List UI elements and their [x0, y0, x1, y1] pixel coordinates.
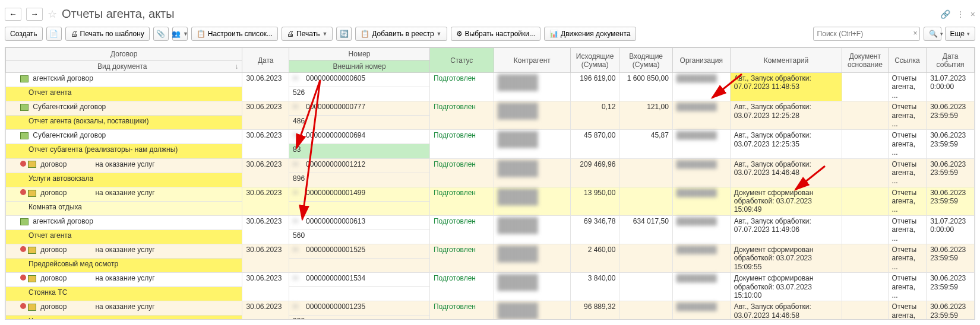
users-button[interactable]: 👥▼	[172, 27, 188, 41]
more-button[interactable]: Еще▾	[945, 27, 975, 41]
in-sum-cell	[619, 244, 672, 273]
extnum-cell	[289, 287, 430, 301]
comment-cell: Авт., Запуск обработки: 03.07.2023 12:25…	[730, 101, 842, 130]
number-cell: Н 000000000001534	[289, 273, 430, 287]
number-cell: Н 000000000001235	[289, 301, 430, 316]
extnum-cell: 83	[289, 144, 430, 158]
out-sum-cell: 0,12	[570, 101, 619, 130]
link-cell: Отчеты агента, ...	[888, 73, 927, 101]
out-sum-cell: 96 889,32	[570, 301, 619, 320]
nav-back-button[interactable]: ←	[5, 8, 21, 21]
select-settings-button[interactable]: ⚙ Выбрать настройки...	[451, 27, 540, 41]
contract-cell: договорна оказание услуг	[6, 244, 242, 259]
col-contract[interactable]: Договор	[6, 48, 242, 60]
date-cell: 30.06.2023	[242, 130, 289, 158]
number-cell: Н 000000000000605	[289, 73, 430, 87]
search-button[interactable]: 🔍▾	[924, 27, 941, 41]
counterparty-cell: ████████████████	[494, 158, 570, 187]
contract-cell: агентский договор	[6, 73, 242, 87]
doctype-cell: Услуги автовокзала	[6, 173, 242, 187]
event-date-cell: 30.06.2023 23:59:59	[927, 130, 975, 158]
data-table[interactable]: Договор Дата Номер Статус Контрагент Исх…	[5, 47, 975, 320]
in-sum-cell	[619, 158, 672, 187]
event-date-cell: 30.06.2023 23:59:59	[927, 187, 975, 215]
comment-cell: Авт., Запуск обработки: 07.07.2023 11:48…	[730, 73, 842, 101]
status-cell: Подготовлен	[429, 158, 494, 187]
number-cell: Н 000000000000694	[289, 130, 430, 144]
table-row[interactable]: Субагентский договор30.06.2023Н 00000000…	[6, 101, 975, 116]
search-input[interactable]	[813, 27, 920, 41]
doctype-cell: Стоянка ТС	[6, 287, 242, 301]
status-cell: Подготовлен	[429, 130, 494, 158]
nav-forward-button[interactable]: →	[26, 8, 43, 21]
print-button[interactable]: 🖨 Печать▼	[282, 27, 333, 41]
doc-movements-button[interactable]: 📊 Движения документа	[544, 27, 636, 41]
col-number[interactable]: Номер	[289, 48, 430, 60]
table-row[interactable]: договорна оказание услуг30.06.2023Н 0000…	[6, 273, 975, 287]
configure-list-button[interactable]: 📋 Настроить список...	[191, 27, 278, 41]
date-cell: 30.06.2023	[242, 101, 289, 130]
event-date-cell: 30.06.2023 23:59:59	[927, 101, 975, 130]
col-date[interactable]: Дата	[242, 48, 289, 73]
col-ext-number[interactable]: Внешний номер	[289, 60, 430, 73]
org-cell: ████████	[672, 130, 730, 158]
basedoc-cell	[842, 73, 888, 101]
org-cell: ████████	[672, 73, 730, 101]
status-cell: Подготовлен	[429, 273, 494, 301]
counterparty-cell: ████████████████	[494, 215, 570, 244]
col-out-sum[interactable]: Исходящие (Сумма)	[570, 48, 619, 73]
search-clear-icon[interactable]: ×	[913, 29, 918, 37]
out-sum-cell: 69 346,78	[570, 215, 619, 244]
col-event-date[interactable]: Дата события	[927, 48, 975, 73]
star-icon[interactable]: ☆	[48, 8, 57, 21]
col-base-doc[interactable]: Документ основание	[842, 48, 888, 73]
print-template-button[interactable]: 🖨 Печать по шаблону	[65, 27, 150, 41]
doctype-cell: Отчет агента	[6, 230, 242, 244]
comment-cell: Авт., Запуск обработки: 03.07.2023 14:46…	[730, 301, 842, 320]
create-button[interactable]: Создать	[5, 27, 43, 41]
doctype-cell: Отчет агента (вокзалы, поставщики)	[6, 116, 242, 130]
col-counterparty[interactable]: Контрагент	[494, 48, 570, 73]
col-in-sum[interactable]: Входящие (Сумма)	[619, 48, 672, 73]
col-org[interactable]: Организация	[672, 48, 730, 73]
counterparty-cell: ████████████████	[494, 101, 570, 130]
copy-button[interactable]: 📄	[46, 27, 62, 41]
comment-cell: Авт., Запуск обработки: 07.07.2023 11:49…	[730, 215, 842, 244]
kebab-icon[interactable]: ⋮	[956, 9, 965, 19]
table-row[interactable]: договорна оказание услуг30.06.2023Н 0000…	[6, 158, 975, 173]
org-cell: ████████	[672, 187, 730, 215]
link-icon[interactable]: 🔗	[940, 9, 950, 19]
date-cell: 30.06.2023	[242, 73, 289, 101]
status-cell: Подготовлен	[429, 73, 494, 101]
basedoc-cell	[842, 187, 888, 215]
page-title: Отчеты агента, акты	[62, 7, 935, 21]
in-sum-cell	[619, 301, 672, 320]
comment-cell: Авт., Запуск обработки: 03.07.2023 12:25…	[730, 130, 842, 158]
attach-button[interactable]: 📎	[153, 27, 169, 41]
basedoc-cell	[842, 101, 888, 130]
table-row[interactable]: агентский договор30.06.2023Н 00000000000…	[6, 73, 975, 87]
add-to-registry-button[interactable]: 📋 Добавить в реестр▼	[355, 27, 447, 41]
doctype-cell: Услуги автовокзала	[6, 316, 242, 320]
event-date-cell: 30.06.2023 23:59:59	[927, 244, 975, 273]
table-row[interactable]: договорна оказание услуг30.06.2023Н 0000…	[6, 244, 975, 259]
table-row[interactable]: договорна оказание услуг30.06.2023Н 0000…	[6, 301, 975, 316]
org-cell: ████████	[672, 101, 730, 130]
table-row[interactable]: агентский договор30.06.2023Н 00000000000…	[6, 215, 975, 230]
basedoc-cell	[842, 215, 888, 244]
col-doc-type[interactable]: Вид документа ↓	[6, 60, 242, 73]
table-row[interactable]: Субагентский договор30.06.2023Н 00000000…	[6, 130, 975, 144]
contract-cell: агентский договор	[6, 215, 242, 230]
number-cell: Н 000000000000777	[289, 101, 430, 116]
in-sum-cell: 45,87	[619, 130, 672, 158]
col-status[interactable]: Статус	[429, 48, 494, 73]
comment-cell: Документ сформирован обработкой: 03.07.2…	[730, 273, 842, 301]
basedoc-cell	[842, 273, 888, 301]
refresh-button[interactable]: 🔄	[336, 27, 352, 41]
col-link[interactable]: Ссылка	[888, 48, 927, 73]
table-row[interactable]: договорна оказание услуг30.06.2023Н 0000…	[6, 187, 975, 201]
close-icon[interactable]: ×	[970, 9, 975, 19]
col-comment[interactable]: Комментарий	[730, 48, 842, 73]
contract-cell: договорна оказание услуг	[6, 158, 242, 173]
counterparty-cell: ████████████████	[494, 187, 570, 215]
